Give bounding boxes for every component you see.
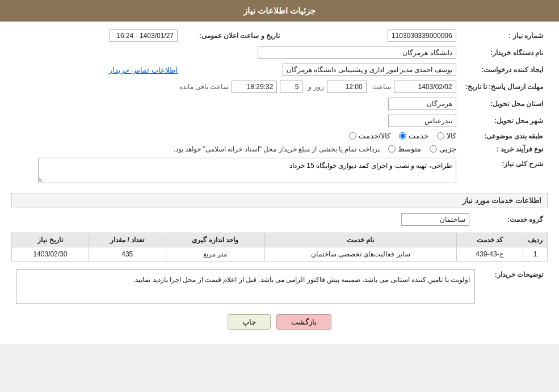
tabaqe-khadmat-option[interactable]: خدمت: [399, 132, 428, 140]
mohlat-saat-input: 12:00: [327, 81, 367, 93]
sharh-label: شرح کلی نیاز:: [461, 155, 548, 187]
contact-link-cell: اطلاعات تماس خریدار: [11, 61, 182, 78]
back-button[interactable]: بازگشت: [276, 314, 331, 330]
mohlat-rooz-input: 5: [280, 81, 302, 93]
ijad-konande-value: یوسف احمدی مدیر امور اداری و پشتیبانی دا…: [182, 61, 461, 78]
grooh-khadmat-input: ساختمان: [401, 213, 469, 226]
col-kod-khadmat: کد خدمت: [456, 233, 523, 247]
noe-farayand-row: جزیی متوسط پرداخت تمام یا بخشی از مبلغ خ…: [11, 142, 461, 155]
tabaqe-kala-label: کالا: [447, 132, 456, 140]
noe-motavasset-radio[interactable]: [388, 145, 396, 153]
noe-motavasset-option[interactable]: متوسط: [388, 145, 421, 153]
tabaqe-kala-khadmat-radio[interactable]: [349, 132, 356, 140]
noe-farayand-label: نوع فرآیند خرید :: [461, 142, 548, 155]
ostan-label: استان محل تحویل:: [461, 95, 548, 112]
tabaqe-khadmat-label: خدمت: [409, 132, 428, 140]
buyer-notes-box: اولویت با تامین کننده استانی می باشد. ضم…: [16, 269, 475, 304]
tabaqe-kala-radio[interactable]: [437, 132, 444, 140]
cell-vahed: متر مربع: [166, 247, 264, 262]
contact-info-link[interactable]: اطلاعات تماس خریدار: [109, 66, 178, 74]
col-naam-khadmat: نام خدمت: [264, 233, 456, 247]
noe-motavasset-label: متوسط: [398, 145, 421, 153]
ijad-konande-input: یوسف احمدی مدیر امور اداری و پشتیبانی دا…: [283, 64, 456, 76]
mohlat-row: 1403/02/02 ساعت 12:00 روز و 5 18:29:32 س…: [11, 78, 461, 95]
shahr-label: شهر محل تحویل:: [461, 112, 548, 129]
button-row: بازگشت چاپ: [11, 314, 548, 330]
buyer-notes-label: توضیحات خریدار:: [480, 267, 548, 306]
tarikh-saat-input: 1403/01/27 - 16:24: [110, 29, 178, 42]
mohlat-saat-label: ساعت: [372, 83, 391, 91]
mohlat-rooz-label: روز و: [308, 83, 323, 91]
mohlat-label: مهلت ارسال پاسخ: تا تاریخ:: [461, 78, 548, 95]
col-radif: ردیف: [523, 233, 548, 247]
col-tedad: تعداد / مقدار: [89, 233, 166, 247]
tabaqe-radio-group: کالا خدمت کالا/خدمت: [16, 132, 456, 140]
ostan-value: هرمزگان: [11, 95, 461, 112]
tabaqe-options: کالا خدمت کالا/خدمت: [11, 129, 461, 142]
group-khadmat-table: گروه خدمت: ساختمان: [11, 211, 548, 228]
grooh-khadmat-value: ساختمان: [11, 211, 474, 228]
cell-tedad: 435: [89, 247, 166, 262]
mohlat-date-input: 1403/02/02: [394, 81, 456, 93]
naam-dastgah-label: نام دستگاه خریدار:: [461, 44, 548, 61]
col-vahed: واحد اندازه گیری: [166, 233, 264, 247]
sharh-value: [11, 155, 461, 187]
info-table: شماره نیاز : 1103030339000006 تاریخ و سا…: [11, 27, 548, 187]
shahr-input: بندرعباس: [388, 115, 456, 127]
ijad-konande-label: ایجاد کننده درخواست:: [461, 61, 548, 78]
shahr-value: بندرعباس: [11, 112, 461, 129]
page-wrapper: جزئیات اطلاعات نیاز شماره نیاز : 1103030…: [0, 0, 559, 344]
shmare-niaz-label: شماره نیاز :: [461, 27, 548, 44]
shmare-niaz-value: 1103030339000006: [284, 27, 461, 44]
tabaqe-kala-option[interactable]: کالا: [437, 132, 456, 140]
page-header: جزئیات اطلاعات نیاز: [0, 0, 559, 22]
print-button[interactable]: چاپ: [228, 314, 271, 330]
tarikh-saat-value: 1403/01/27 - 16:24: [11, 27, 182, 44]
page-title: جزئیات اطلاعات نیاز: [243, 6, 316, 15]
mohlat-date-row: 1403/02/02 ساعت 12:00 روز و 5 18:29:32 س…: [16, 81, 456, 93]
shmare-niaz-input: 1103030339000006: [388, 29, 456, 42]
cell-kod-khadmat: ج-43-439: [456, 247, 523, 262]
tabaqe-kala-khadmat-label: کالا/خدمت: [359, 132, 390, 140]
naam-dastgah-input: دانشگاه هرمزگان: [258, 47, 456, 59]
tabaqe-khadmat-radio[interactable]: [399, 132, 406, 140]
noe-jozee-option[interactable]: جزیی: [430, 145, 456, 153]
ostan-input: هرمزگان: [388, 98, 456, 110]
table-row: 1 ج-43-439 سایر فعالیت‌های تخصصی ساختمان…: [12, 247, 548, 262]
cell-radif: 1: [523, 247, 548, 262]
cell-tarikh: 1403/02/30: [12, 247, 89, 262]
sharh-textarea[interactable]: [38, 158, 456, 183]
tabaqe-label: طبقه بندی موضوعی:: [461, 129, 548, 142]
cell-naam-khadmat: سایر فعالیت‌های تخصصی ساختمان: [264, 247, 456, 262]
grooh-khadmat-label: گروه خدمت:: [474, 211, 548, 228]
tabaqe-kala-khadmat-option[interactable]: کالا/خدمت: [349, 132, 390, 140]
services-table: ردیف کد خدمت نام خدمت واحد اندازه گیری ت…: [11, 233, 548, 262]
naam-dastgah-value: دانشگاه هرمزگان: [11, 44, 461, 61]
noe-farayand-note: پرداخت تمام یا بخشی از مبلغ خریداز محل "…: [174, 145, 380, 153]
buyer-notes-table: توضیحات خریدار: اولویت با تامین کننده اس…: [11, 267, 548, 306]
mohlat-remaining-label: ساعت باقی مانده: [179, 83, 229, 91]
noe-jozee-label: جزیی: [439, 145, 456, 153]
tarikh-saat-label: تاریخ و ساعت اعلان عمومی:: [182, 27, 284, 44]
mohlat-remaining-input: 18:29:32: [232, 81, 277, 93]
buyer-notes-value: اولویت با تامین کننده استانی می باشد. ضم…: [11, 267, 480, 306]
services-section-title: اطلاعات خدمات مورد نیاز: [11, 193, 548, 208]
main-content: شماره نیاز : 1103030339000006 تاریخ و سا…: [0, 22, 559, 344]
col-tarikh: تاریخ نیاز: [12, 233, 89, 247]
noe-farayand-row-inner: جزیی متوسط پرداخت تمام یا بخشی از مبلغ خ…: [16, 145, 456, 153]
noe-jozee-radio[interactable]: [430, 145, 437, 153]
